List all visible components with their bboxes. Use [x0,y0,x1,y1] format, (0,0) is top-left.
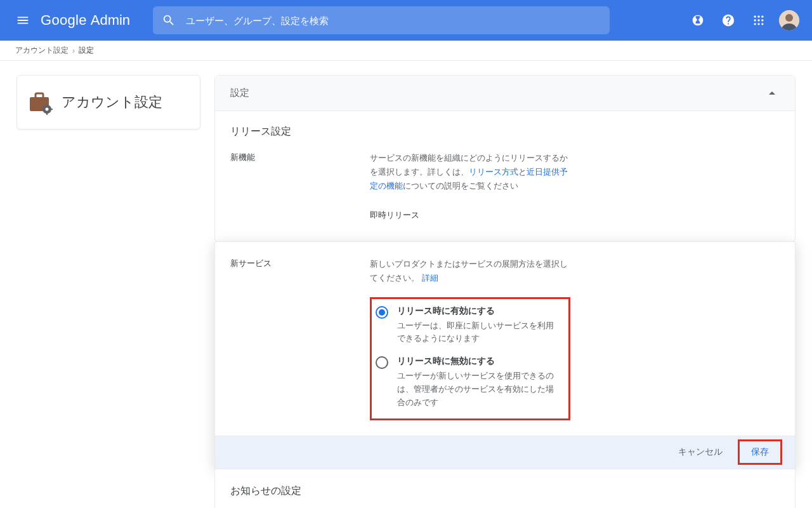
radio-title: リリース時に無効にする [397,356,561,367]
section-title: お知らせの設定 [230,485,780,498]
link-details[interactable]: 詳細 [422,273,438,283]
radio-subtitle: ユーザーが新しいサービスを使用できるのは、管理者がそのサービスを有効にした場合の… [397,370,561,409]
hourglass-icon[interactable] [685,8,710,33]
app-header: Google Admin [0,0,812,41]
help-icon[interactable] [716,8,741,33]
side-title: アカウント設定 [62,93,162,112]
svg-point-1 [754,16,756,18]
settings-panel: 設定 リリース設定 新機能 サービスの新機能を組織にどのようにリリースするかを選… [214,75,796,242]
svg-point-15 [46,108,49,111]
radio-icon-unselected[interactable] [376,356,388,369]
product-logo: Google Admin [41,12,130,29]
radio-icon-selected[interactable] [376,306,388,319]
row-label-new-features: 新機能 [230,151,370,163]
breadcrumb-current: 設定 [79,45,94,56]
apps-icon[interactable] [746,8,771,33]
svg-point-4 [754,19,756,21]
radio-group-highlight: リリース時に有効にする ユーザーは、即座に新しいサービスを利用できるようになりま… [370,297,570,420]
svg-point-9 [761,23,763,25]
action-bar: キャンセル 保存 [215,436,795,469]
search-bar[interactable] [153,6,610,34]
radio-enable-on-release[interactable]: リリース時に有効にする ユーザーは、即座に新しいサービスを利用できるようになりま… [376,305,561,346]
account-avatar[interactable] [776,8,802,33]
svg-point-3 [761,16,763,18]
header-actions [685,8,802,33]
side-card: アカウント設定 [16,75,200,130]
panel-title: 設定 [230,87,249,99]
new-services-desc: 新しいプロダクトまたはサービスの展開方法を選択してください。 詳細 [370,257,570,285]
breadcrumb: アカウント設定 › 設定 [0,41,812,61]
link-release-method[interactable]: リリース方式 [469,167,518,177]
notifications-section: お知らせの設定 [214,469,796,508]
section-title: リリース設定 [230,125,780,138]
radio-disable-on-release[interactable]: リリース時に無効にする ユーザーが新しいサービスを使用できるのは、管理者がそのサ… [376,356,561,409]
logo-secondary: Admin [91,12,130,29]
panel-header[interactable]: 設定 [215,76,795,111]
row-label-new-services: 新サービス [230,257,370,269]
svg-point-5 [757,19,759,21]
new-services-card: 新サービス 新しいプロダクトまたはサービスの展開方法を選択してください。 詳細 … [214,241,796,469]
release-settings-section: リリース設定 新機能 サービスの新機能を組織にどのようにリリースするかを選択しま… [215,111,795,241]
chevron-right-icon: › [72,46,75,55]
save-button-highlight: 保存 [738,439,782,465]
save-button[interactable]: 保存 [741,443,779,462]
svg-point-8 [757,23,759,25]
svg-rect-13 [36,93,43,98]
search-input[interactable] [176,15,601,26]
svg-point-11 [785,14,793,22]
briefcase-gear-icon [27,90,53,115]
radio-subtitle: ユーザーは、即座に新しいサービスを利用できるようになります [397,319,561,346]
svg-point-6 [761,19,763,21]
svg-point-7 [754,23,756,25]
svg-point-2 [757,16,759,18]
breadcrumb-item[interactable]: アカウント設定 [15,45,69,56]
menu-icon[interactable] [10,8,36,33]
rapid-release-label: 即時リリース [370,208,570,222]
search-icon [162,13,176,27]
logo-primary: Google [41,12,87,29]
chevron-up-icon [764,86,780,101]
radio-title: リリース時に有効にする [397,305,561,317]
cancel-button[interactable]: キャンセル [672,443,729,462]
row-body-new-features: サービスの新機能を組織にどのようにリリースするかを選択します。詳しくは、リリース… [370,151,570,222]
